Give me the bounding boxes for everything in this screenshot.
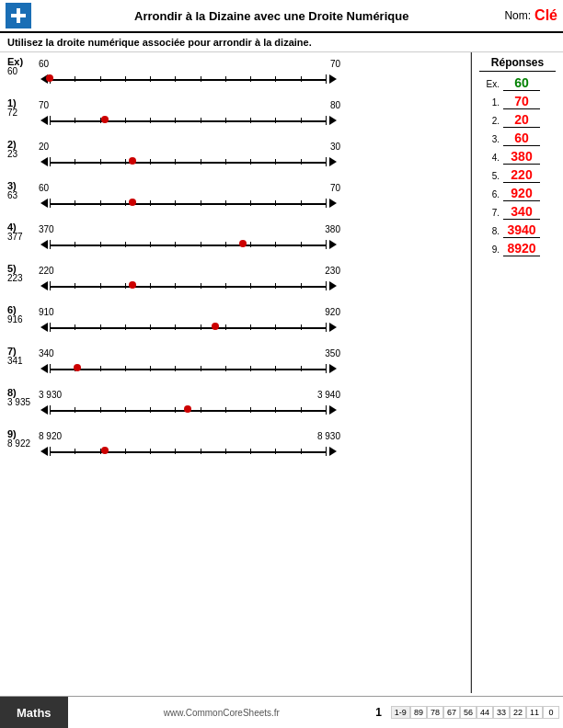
nl-dot-5 (129, 281, 136, 289)
nl-tick-3-5 (175, 200, 176, 206)
footer-page: 1 (375, 706, 382, 719)
nl-tick-7-10 (301, 366, 302, 371)
nl-dot-4 (239, 240, 247, 247)
answer-row-7: 7. 340 (479, 204, 556, 220)
nl-tick-9-1 (75, 449, 75, 454)
nl-line-ex (50, 79, 326, 81)
nl-tick-8-2 (100, 407, 101, 413)
answers-header: Réponses (479, 56, 556, 72)
answer-label-9: 9. (479, 245, 500, 255)
nl-left-label-ex: 60 (39, 59, 49, 69)
nl-container-9: 8 9228 9208 930 (7, 440, 463, 462)
nl-tick-4-8 (250, 242, 251, 247)
nl-tick-3-7 (225, 200, 226, 206)
answer-value-8: 3940 (503, 222, 540, 238)
answer-label-4: 4. (479, 153, 500, 163)
nl-value-4: 377 (7, 232, 23, 242)
nl-value-3: 63 (7, 190, 17, 200)
nl-right-label-7: 350 (325, 348, 340, 358)
nl-arrow-right-7 (329, 364, 337, 373)
nl-arrow-left-6 (40, 323, 48, 332)
nl-tick-8-9 (275, 407, 276, 413)
nl-tick-5-9 (275, 283, 276, 289)
nl-tick-7-2 (100, 366, 101, 371)
nl-line-6 (50, 327, 326, 329)
nl-tick-3-8 (250, 200, 251, 206)
score-cell-5: 44 (477, 706, 493, 719)
score-cell-9: 0 (543, 706, 559, 719)
nl-tick-2-5 (175, 159, 176, 165)
nl-tick-1-9 (275, 118, 276, 123)
nl-tick-3-1 (75, 200, 75, 206)
nl-arrow-left-9 (40, 447, 48, 456)
nl-right-label-4: 380 (325, 224, 340, 234)
problem-label-5: 5) (7, 263, 463, 274)
nl-tick-ex-9 (275, 76, 276, 82)
nl-arrow-right-9 (329, 447, 337, 456)
nl-tick-3-9 (275, 200, 276, 206)
nl-8: 3 9303 940 (35, 399, 340, 421)
nl-arrow-left-3 (40, 199, 48, 208)
nl-right-label-6: 920 (325, 307, 340, 317)
nl-tick-7-0 (50, 364, 51, 373)
nl-tick-7-7 (225, 366, 226, 371)
nl-tick-1-5 (175, 118, 176, 123)
nl-tick-2-9 (275, 159, 276, 165)
answer-value-4: 380 (503, 149, 540, 165)
nl-line-5 (50, 286, 326, 288)
nl-tick-2-7 (225, 159, 226, 165)
problem-label-2: 2) (7, 139, 463, 150)
nl-dot-7 (74, 364, 81, 371)
nl-9: 8 9208 930 (35, 440, 340, 462)
nl-tick-8-4 (150, 407, 151, 413)
nl-tick-1-6 (201, 118, 201, 123)
answer-label-ex: Ex. (479, 79, 500, 89)
nl-tick-4-5 (175, 242, 176, 247)
score-cell-1: 89 (410, 706, 427, 719)
nl-tick-2-8 (250, 159, 251, 165)
nl-tick-ex-10 (301, 76, 302, 82)
answer-value-9: 8920 (503, 241, 540, 256)
answer-label-8: 8. (479, 226, 500, 236)
nl-container-2: 232030 (7, 151, 463, 173)
nl-tick-5-7 (225, 283, 226, 289)
nl-tick-2-2 (100, 159, 101, 165)
nl-container-1: 727080 (7, 109, 463, 131)
nl-value-2: 23 (7, 149, 17, 159)
problem-7: 7)341340350 (7, 346, 463, 380)
nl-dot-9 (101, 447, 109, 454)
problems-panel: Ex)6060701)7270802)2320303)6360704)37737… (0, 52, 471, 693)
answers-container: 1. 70 2. 20 3. 60 4. 380 5. 220 6. 920 7… (479, 94, 556, 256)
footer-maths-label: Maths (0, 697, 68, 728)
nl-tick-3-3 (125, 200, 126, 206)
nl-tick-9-3 (125, 449, 126, 454)
nl-tick-5-2 (100, 283, 101, 289)
nl-tick-1-8 (250, 118, 251, 123)
nl-tick-2-3 (125, 159, 126, 165)
nl-tick-5-4 (150, 283, 151, 289)
nl-right-label-1: 80 (330, 100, 340, 110)
nl-3: 6070 (35, 192, 340, 214)
nl-tick-8-7 (225, 407, 226, 413)
nl-2: 2030 (35, 151, 340, 173)
nl-arrow-right-4 (329, 240, 337, 249)
score-cell-0: 1-9 (391, 706, 410, 719)
nl-arrow-left-2 (40, 157, 48, 166)
nl-tick-2-11 (326, 157, 327, 166)
problem-label-3: 3) (7, 180, 463, 191)
nl-dot-6 (212, 323, 219, 330)
page: Arrondir à la Dizaine avec une Droite Nu… (0, 0, 563, 728)
nl-tick-4-11 (326, 240, 327, 249)
nl-tick-6-1 (75, 324, 75, 330)
nl-dot-8 (184, 405, 191, 413)
nl-tick-9-8 (250, 449, 251, 454)
footer: Maths www.CommonCoreSheets.fr 1 1-989786… (0, 696, 563, 728)
nl-7: 340350 (35, 358, 340, 380)
answer-label-3: 3. (479, 134, 500, 144)
nl-tick-9-10 (301, 449, 302, 454)
nl-5: 220230 (35, 275, 340, 297)
nl-tick-7-3 (125, 366, 126, 371)
nl-arrow-right-2 (329, 157, 337, 166)
nl-tick-3-4 (150, 200, 151, 206)
problem-label-4: 4) (7, 222, 463, 233)
